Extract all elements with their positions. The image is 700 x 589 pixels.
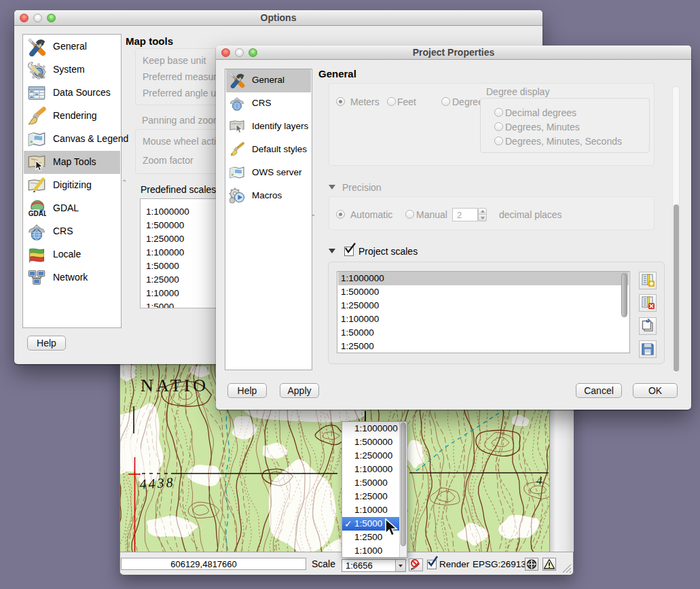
svg-text:GDAL: GDAL: [29, 210, 46, 217]
svg-text:4438: 4438: [139, 474, 175, 492]
svg-text:NATIO: NATIO: [141, 376, 209, 395]
svg-text:4: 4: [536, 474, 542, 487]
